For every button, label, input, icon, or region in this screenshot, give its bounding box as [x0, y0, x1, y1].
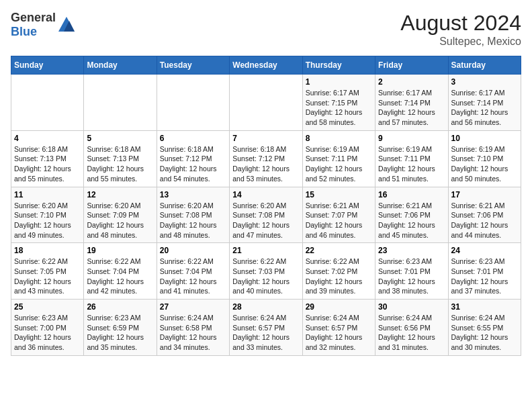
day-info: Sunrise: 6:24 AMSunset: 6:55 PMDaylight:… — [451, 313, 518, 353]
day-info: Sunrise: 6:18 AMSunset: 7:13 PMDaylight:… — [14, 144, 81, 184]
day-header-monday: Monday — [84, 56, 157, 75]
day-info: Sunrise: 6:17 AMSunset: 7:15 PMDaylight:… — [306, 88, 372, 128]
calendar-cell: 26Sunrise: 6:23 AMSunset: 6:59 PMDayligh… — [84, 300, 157, 356]
day-info: Sunrise: 6:24 AMSunset: 6:57 PMDaylight:… — [306, 313, 372, 353]
day-number: 1 — [306, 77, 372, 87]
calendar-cell: 13Sunrise: 6:20 AMSunset: 7:08 PMDayligh… — [157, 187, 229, 243]
day-info: Sunrise: 6:22 AMSunset: 7:04 PMDaylight:… — [160, 257, 226, 296]
day-number: 25 — [14, 302, 81, 312]
calendar-cell: 29Sunrise: 6:24 AMSunset: 6:57 PMDayligh… — [302, 300, 375, 356]
calendar-cell: 23Sunrise: 6:23 AMSunset: 7:01 PMDayligh… — [375, 243, 448, 300]
day-header-saturday: Saturday — [448, 56, 521, 75]
day-info: Sunrise: 6:24 AMSunset: 6:57 PMDaylight:… — [232, 313, 299, 353]
week-row-3: 11Sunrise: 6:20 AMSunset: 7:10 PMDayligh… — [11, 187, 521, 243]
calendar-cell: 10Sunrise: 6:19 AMSunset: 7:10 PMDayligh… — [448, 130, 521, 187]
calendar-subtitle: Sultepec, Mexico — [400, 36, 521, 48]
day-info: Sunrise: 6:23 AMSunset: 7:01 PMDaylight:… — [378, 257, 445, 296]
day-number: 12 — [87, 190, 153, 199]
days-header-row: SundayMondayTuesdayWednesdayThursdayFrid… — [11, 56, 521, 75]
calendar-cell — [230, 75, 302, 131]
day-info: Sunrise: 6:20 AMSunset: 7:08 PMDaylight:… — [232, 201, 299, 240]
day-number: 15 — [306, 190, 372, 199]
day-header-wednesday: Wednesday — [230, 56, 302, 75]
day-header-tuesday: Tuesday — [157, 56, 229, 75]
day-number: 27 — [160, 302, 226, 312]
calendar-cell: 7Sunrise: 6:18 AMSunset: 7:12 PMDaylight… — [230, 130, 302, 187]
day-info: Sunrise: 6:21 AMSunset: 7:06 PMDaylight:… — [378, 201, 445, 240]
day-number: 17 — [451, 190, 518, 199]
calendar-cell: 18Sunrise: 6:22 AMSunset: 7:05 PMDayligh… — [11, 243, 84, 300]
day-info: Sunrise: 6:22 AMSunset: 7:05 PMDaylight:… — [14, 257, 81, 296]
logo-text: General Blue — [11, 11, 56, 39]
calendar-cell: 6Sunrise: 6:18 AMSunset: 7:12 PMDaylight… — [157, 130, 229, 187]
day-number: 4 — [14, 134, 81, 143]
calendar-cell: 9Sunrise: 6:19 AMSunset: 7:11 PMDaylight… — [375, 130, 448, 187]
day-number: 24 — [451, 246, 518, 255]
day-number: 5 — [87, 134, 153, 143]
day-number: 22 — [306, 246, 372, 255]
calendar-cell: 31Sunrise: 6:24 AMSunset: 6:55 PMDayligh… — [448, 300, 521, 356]
day-info: Sunrise: 6:19 AMSunset: 7:11 PMDaylight:… — [306, 144, 372, 184]
day-info: Sunrise: 6:20 AMSunset: 7:08 PMDaylight:… — [160, 201, 226, 240]
day-info: Sunrise: 6:17 AMSunset: 7:14 PMDaylight:… — [451, 88, 518, 128]
day-info: Sunrise: 6:21 AMSunset: 7:07 PMDaylight:… — [306, 201, 372, 240]
day-number: 28 — [232, 302, 299, 312]
day-number: 29 — [306, 302, 372, 312]
day-number: 8 — [306, 134, 372, 143]
calendar-cell — [84, 75, 157, 131]
calendar-cell — [11, 75, 84, 131]
calendar-cell: 15Sunrise: 6:21 AMSunset: 7:07 PMDayligh… — [302, 187, 375, 243]
calendar-cell: 17Sunrise: 6:21 AMSunset: 7:06 PMDayligh… — [448, 187, 521, 243]
day-number: 16 — [378, 190, 445, 199]
calendar-cell — [157, 75, 229, 131]
calendar-cell: 19Sunrise: 6:22 AMSunset: 7:04 PMDayligh… — [84, 243, 157, 300]
day-number: 7 — [232, 134, 299, 143]
week-row-4: 18Sunrise: 6:22 AMSunset: 7:05 PMDayligh… — [11, 243, 521, 300]
day-info: Sunrise: 6:18 AMSunset: 7:12 PMDaylight:… — [160, 144, 226, 184]
day-info: Sunrise: 6:23 AMSunset: 7:00 PMDaylight:… — [14, 313, 81, 353]
day-number: 11 — [14, 190, 81, 199]
day-number: 18 — [14, 246, 81, 255]
calendar-cell: 2Sunrise: 6:17 AMSunset: 7:14 PMDaylight… — [375, 75, 448, 131]
calendar-cell: 4Sunrise: 6:18 AMSunset: 7:13 PMDaylight… — [11, 130, 84, 187]
day-header-thursday: Thursday — [302, 56, 375, 75]
day-info: Sunrise: 6:20 AMSunset: 7:10 PMDaylight:… — [14, 201, 81, 240]
day-number: 6 — [160, 134, 226, 143]
day-number: 23 — [378, 246, 445, 255]
day-number: 31 — [451, 302, 518, 312]
calendar-title: August 2024 — [400, 11, 521, 36]
page-header: General Blue August 2024 Sultepec, Mexic… — [11, 11, 521, 48]
day-info: Sunrise: 6:22 AMSunset: 7:02 PMDaylight:… — [306, 257, 372, 296]
day-info: Sunrise: 6:22 AMSunset: 7:03 PMDaylight:… — [232, 257, 299, 296]
day-number: 21 — [232, 246, 299, 255]
week-row-1: 1Sunrise: 6:17 AMSunset: 7:15 PMDaylight… — [11, 75, 521, 131]
calendar-cell: 21Sunrise: 6:22 AMSunset: 7:03 PMDayligh… — [230, 243, 302, 300]
day-number: 30 — [378, 302, 445, 312]
day-info: Sunrise: 6:21 AMSunset: 7:06 PMDaylight:… — [451, 201, 518, 240]
day-info: Sunrise: 6:18 AMSunset: 7:12 PMDaylight:… — [232, 144, 299, 184]
calendar-cell: 12Sunrise: 6:20 AMSunset: 7:09 PMDayligh… — [84, 187, 157, 243]
day-number: 10 — [451, 134, 518, 143]
calendar-cell: 5Sunrise: 6:18 AMSunset: 7:13 PMDaylight… — [84, 130, 157, 187]
calendar-cell: 3Sunrise: 6:17 AMSunset: 7:14 PMDaylight… — [448, 75, 521, 131]
calendar-cell: 28Sunrise: 6:24 AMSunset: 6:57 PMDayligh… — [230, 300, 302, 356]
week-row-5: 25Sunrise: 6:23 AMSunset: 7:00 PMDayligh… — [11, 300, 521, 356]
day-number: 14 — [232, 190, 299, 199]
calendar-cell: 8Sunrise: 6:19 AMSunset: 7:11 PMDaylight… — [302, 130, 375, 187]
day-number: 26 — [87, 302, 153, 312]
logo-icon — [57, 15, 76, 34]
day-info: Sunrise: 6:22 AMSunset: 7:04 PMDaylight:… — [87, 257, 153, 296]
logo: General Blue — [11, 11, 76, 39]
calendar-cell: 22Sunrise: 6:22 AMSunset: 7:02 PMDayligh… — [302, 243, 375, 300]
calendar-cell: 11Sunrise: 6:20 AMSunset: 7:10 PMDayligh… — [11, 187, 84, 243]
day-info: Sunrise: 6:20 AMSunset: 7:09 PMDaylight:… — [87, 201, 153, 240]
day-info: Sunrise: 6:17 AMSunset: 7:14 PMDaylight:… — [378, 88, 445, 128]
calendar-table: SundayMondayTuesdayWednesdayThursdayFrid… — [11, 56, 521, 356]
day-info: Sunrise: 6:23 AMSunset: 6:59 PMDaylight:… — [87, 313, 153, 353]
day-number: 19 — [87, 246, 153, 255]
day-number: 9 — [378, 134, 445, 143]
day-number: 20 — [160, 246, 226, 255]
calendar-cell: 20Sunrise: 6:22 AMSunset: 7:04 PMDayligh… — [157, 243, 229, 300]
day-info: Sunrise: 6:24 AMSunset: 6:56 PMDaylight:… — [378, 313, 445, 353]
day-info: Sunrise: 6:23 AMSunset: 7:01 PMDaylight:… — [451, 257, 518, 296]
